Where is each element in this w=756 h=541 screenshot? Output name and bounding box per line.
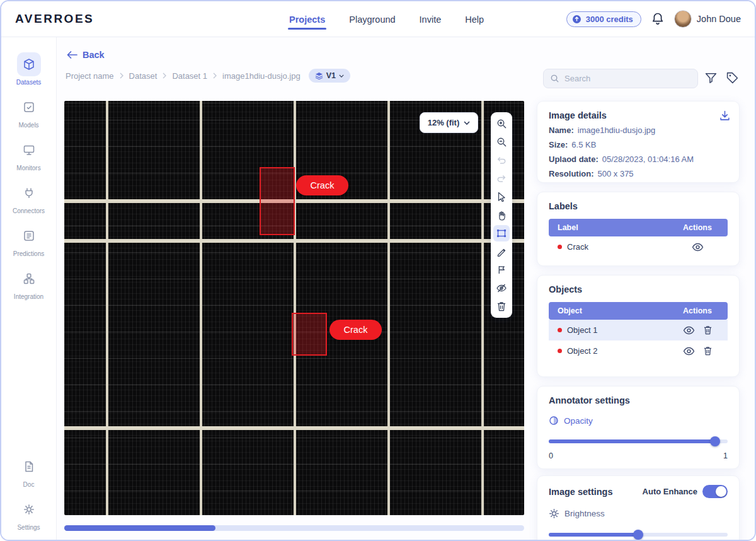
avatar (674, 10, 692, 28)
labels-table-header: Label Actions (549, 219, 728, 236)
sidebar-item-integration[interactable]: Integration (6, 267, 52, 300)
back-button[interactable]: Back (67, 50, 105, 60)
download-icon[interactable] (719, 110, 730, 121)
annotation-label-1[interactable]: Crack (296, 175, 348, 195)
chevron-down-icon (339, 74, 344, 78)
sidebar-bottom: Doc Settings (6, 455, 52, 531)
search-input[interactable] (564, 74, 691, 83)
brightness-label: Brightness (564, 509, 605, 518)
redo-button[interactable] (493, 170, 510, 187)
opacity-slider-fill (549, 439, 715, 443)
nav-item-invite[interactable]: Invite (418, 3, 443, 36)
opacity-slider[interactable] (549, 439, 728, 443)
eye-icon[interactable] (683, 326, 695, 335)
objects-card: Objects Object Actions Object 1 (537, 275, 740, 377)
filter-icon[interactable] (704, 71, 718, 84)
auto-enhance-toggle[interactable] (702, 485, 728, 498)
bounding-box-tool[interactable] (493, 225, 510, 241)
annotation-box-2[interactable] (292, 313, 327, 356)
sidebar: Datasets Models Monitors Connectors Pred… (1, 37, 57, 541)
tag-icon[interactable] (726, 71, 739, 84)
layers-icon (315, 72, 323, 80)
image-settings-card: Image settings Auto Enhance Brightness (537, 475, 740, 541)
breadcrumb: Project name Dataset Dataset 1 image1hdi… (66, 69, 350, 83)
detail-size: Size: 6.5 KB (549, 140, 728, 149)
main-content: Back Project name Dataset Dataset 1 imag… (57, 37, 756, 541)
delete-annotation-button[interactable] (493, 298, 510, 315)
sidebar-label: Doc (23, 481, 35, 488)
breadcrumb-image[interactable]: image1hdiu-dusjo.jpg (222, 71, 301, 81)
label-name: Crack (567, 242, 588, 252)
object-row-1[interactable]: Object 1 (549, 320, 728, 340)
chevron-right-icon (163, 73, 166, 79)
sidebar-label: Connectors (13, 207, 45, 214)
back-label: Back (83, 50, 105, 60)
user-menu[interactable]: John Doue (674, 10, 741, 28)
objects-col-object: Object (558, 306, 582, 315)
object-name: Object 1 (567, 325, 597, 335)
detail-resolution: Resolution: 500 x 375 (549, 169, 728, 178)
labels-col-label: Label (558, 223, 578, 232)
polygon-pen-tool[interactable] (493, 243, 510, 260)
eye-icon[interactable] (692, 243, 704, 252)
search-bar (543, 69, 698, 88)
select-cursor-tool[interactable] (493, 189, 510, 205)
undo-button[interactable] (493, 152, 510, 168)
trash-icon[interactable] (704, 325, 712, 335)
scrollbar-thumb[interactable] (64, 525, 215, 531)
sidebar-item-models[interactable]: Models (6, 95, 52, 129)
sidebar-item-connectors[interactable]: Connectors (6, 181, 52, 214)
brightness-slider-fill (549, 533, 638, 537)
chevron-right-icon (120, 73, 123, 79)
annotation-label-2[interactable]: Crack (329, 320, 382, 340)
main-nav: Projects Playground Invite Help (288, 1, 485, 37)
zoom-in-button[interactable] (493, 115, 510, 132)
image-settings-head: Image settings Auto Enhance (549, 485, 728, 498)
nav-item-help[interactable]: Help (464, 3, 485, 36)
label-color-dot (558, 245, 562, 249)
labels-title: Labels (549, 201, 728, 211)
sidebar-item-monitors[interactable]: Monitors (6, 138, 52, 172)
annotation-box-1[interactable] (260, 167, 295, 235)
sidebar-label: Integration (14, 293, 43, 300)
sidebar-label: Datasets (16, 79, 41, 86)
logo[interactable]: AVERROES (15, 12, 94, 26)
brightness-slider-thumb[interactable] (633, 530, 643, 540)
horizontal-scrollbar[interactable] (64, 525, 524, 531)
breadcrumb-project[interactable]: Project name (66, 71, 114, 81)
label-row-crack[interactable]: Crack (549, 236, 728, 257)
opacity-max-label: 1 (723, 451, 728, 460)
hide-annotations-button[interactable] (493, 280, 510, 296)
app-window: AVERROES Projects Playground Invite Help… (0, 0, 756, 541)
auto-enhance-label: Auto Enhance (643, 487, 697, 496)
nav-item-projects[interactable]: Projects (288, 3, 326, 36)
opacity-slider-thumb[interactable] (710, 436, 720, 446)
object-color-dot (558, 328, 562, 332)
breadcrumb-dataset[interactable]: Dataset (129, 71, 158, 81)
trash-icon[interactable] (704, 346, 712, 356)
flag-tool[interactable] (493, 262, 510, 278)
chevron-right-icon (213, 73, 217, 79)
bell-icon[interactable] (651, 12, 664, 26)
detail-name: Name: image1hdiu-dusjo.jpg (549, 125, 728, 135)
object-name: Object 2 (567, 346, 597, 356)
object-row-2[interactable]: Object 2 (549, 340, 728, 361)
sidebar-item-settings[interactable]: Settings (6, 497, 52, 531)
credits-button[interactable]: 3000 credits (566, 11, 641, 27)
sidebar-item-predictions[interactable]: Predictions (6, 224, 52, 257)
coin-icon (572, 15, 581, 24)
zoom-out-button[interactable] (493, 134, 510, 150)
opacity-row: Opacity (549, 416, 728, 426)
pan-hand-tool[interactable] (493, 207, 510, 223)
breadcrumb-dataset-1[interactable]: Dataset 1 (172, 71, 207, 81)
header-right: 3000 credits John Doue (566, 10, 741, 28)
zoom-level-dropdown[interactable]: 12% (fit) (420, 112, 478, 133)
sidebar-item-doc[interactable]: Doc (6, 455, 52, 488)
annotator-settings-title: Annotator settings (549, 395, 728, 405)
version-selector[interactable]: V1 (309, 69, 350, 83)
brightness-slider[interactable] (549, 533, 728, 537)
eye-icon[interactable] (683, 347, 695, 356)
image-canvas[interactable] (64, 101, 524, 515)
nav-item-playground[interactable]: Playground (348, 3, 396, 36)
sidebar-item-datasets[interactable]: Datasets (6, 52, 52, 86)
